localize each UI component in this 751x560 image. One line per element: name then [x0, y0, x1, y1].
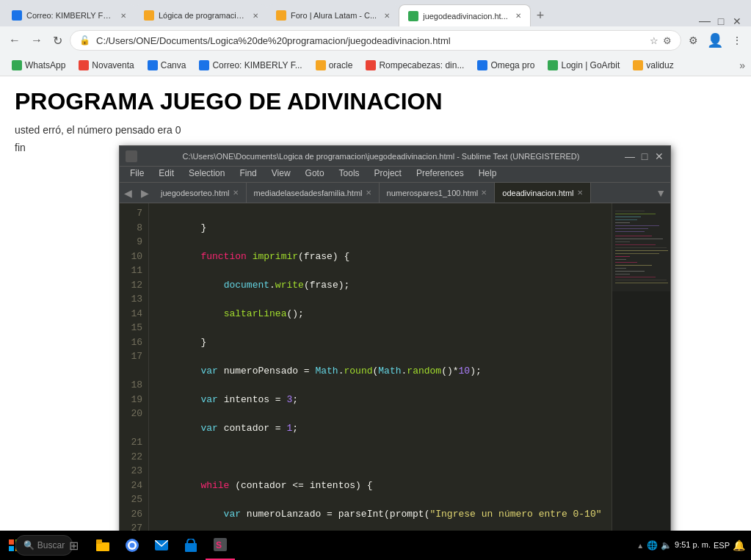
extension-icon[interactable]: ⚙ — [663, 35, 672, 46]
address-bar-icons: ☆ ⚙ — [650, 35, 672, 46]
mail-taskbar[interactable] — [147, 531, 176, 560]
tab-list-more[interactable]: ▼ — [651, 187, 670, 199]
svg-point-35 — [130, 543, 135, 548]
task-view-button[interactable]: ⊞ — [59, 531, 88, 560]
bookmark-label-oracle: oracle — [329, 60, 353, 70]
expand-tray-icon[interactable]: ▲ — [636, 542, 644, 550]
sublime-tab-close-mediadelasedades[interactable]: ✕ — [366, 189, 371, 197]
menu-goto[interactable]: Goto — [298, 167, 332, 182]
new-tab-button[interactable]: + — [531, 5, 551, 26]
bookmark-star-icon[interactable]: ☆ — [650, 35, 659, 46]
file-explorer-taskbar[interactable] — [88, 531, 117, 560]
code-content[interactable]: } function imprimir(frase) { document.wr… — [149, 203, 612, 556]
bookmark-label-goarbit: Login | GoArbit — [561, 60, 620, 70]
search-taskbar-button[interactable]: 🔍 Buscar — [29, 531, 59, 560]
bookmark-goarbit[interactable]: Login | GoArbit — [542, 59, 625, 72]
menu-selection[interactable]: Selection — [181, 167, 232, 182]
bookmark-whatsapp[interactable]: WhatsApp — [6, 59, 71, 72]
notifications-icon[interactable]: 🔔 — [733, 539, 745, 551]
bookmark-icon-oracle — [316, 60, 326, 70]
browser-chrome: Correo: KIMBERLY FR... ✕ Lógica de progr… — [0, 0, 751, 76]
sublime-tab-close-juegodesorteo[interactable]: ✕ — [233, 189, 239, 197]
sublime-tab-odeadivinacion[interactable]: odeadivinacion.html ✕ — [495, 183, 590, 203]
bookmark-icon-canva — [148, 60, 158, 70]
menu-file[interactable]: File — [123, 167, 151, 182]
language-indicator[interactable]: ESP — [714, 541, 730, 550]
sublime-tab-numerospares[interactable]: numerospares1_100.html ✕ — [380, 183, 496, 203]
svg-rect-26 — [612, 203, 670, 291]
address-bar-row: ← → ↻ 🔓 C:/Users/ONE/Documents/Logica%20… — [0, 26, 751, 54]
menu-tools[interactable]: Tools — [332, 167, 367, 182]
menu-view[interactable]: View — [264, 167, 298, 182]
tab-nav-next[interactable]: ▶ — [137, 187, 153, 199]
bookmarks-more-button[interactable]: » — [739, 59, 745, 71]
tab-foro[interactable]: Foro | Alura Latam - C... ✕ — [267, 4, 399, 26]
sublime-tab-close-odeadivinacion[interactable]: ✕ — [577, 189, 583, 197]
chrome-taskbar[interactable] — [117, 531, 147, 560]
sublime-minimize-button[interactable]: — — [625, 151, 635, 161]
menu-help[interactable]: Help — [471, 167, 504, 182]
bookmark-correo[interactable]: Correo: KIMBERLY F... — [193, 59, 308, 72]
bookmark-icon-validuz — [633, 60, 643, 70]
maximize-browser-button[interactable]: □ — [716, 16, 726, 26]
code-area[interactable]: 7891011 1213141516 17 181920 21222324 25… — [120, 203, 670, 556]
forward-button[interactable]: → — [28, 31, 46, 50]
tab-favicon-correo — [12, 10, 22, 21]
tab-nav-prev[interactable]: ◀ — [120, 187, 137, 199]
store-taskbar[interactable] — [176, 531, 206, 560]
tab-close-foro[interactable]: ✕ — [384, 12, 390, 20]
svg-rect-27 — [9, 539, 14, 545]
bookmark-label-whatsapp: WhatsApp — [25, 60, 65, 70]
bookmark-canva[interactable]: Canva — [142, 59, 192, 72]
bookmark-icon-whatsapp — [12, 60, 22, 70]
time-display[interactable]: 9:51 p. m. — [675, 539, 711, 550]
sublime-app-icon — [126, 150, 137, 162]
sublime-maximize-button[interactable]: □ — [639, 151, 650, 161]
bookmark-validuz[interactable]: validuz — [627, 59, 679, 72]
close-browser-button[interactable]: ✕ — [732, 16, 742, 26]
sublime-tab-close-numerospares[interactable]: ✕ — [481, 189, 487, 197]
sublime-tab-label-numerospares: numerospares1_100.html — [387, 189, 479, 197]
extensions-button[interactable]: ⚙ — [686, 32, 701, 49]
address-bar[interactable]: 🔓 C:/Users/ONE/Documents/Logica%20de%20p… — [70, 30, 681, 51]
network-icon[interactable]: 🌐 — [647, 540, 658, 550]
tab-close-logica[interactable]: ✕ — [253, 12, 258, 20]
volume-icon[interactable]: 🔈 — [661, 540, 672, 550]
svg-rect-32 — [96, 539, 102, 544]
reload-button[interactable]: ↻ — [50, 31, 65, 51]
menu-find[interactable]: Find — [232, 167, 264, 182]
more-options-button[interactable]: ⋮ — [729, 32, 745, 49]
system-tray: ▲ 🌐 🔈 9:51 p. m. ESP 🔔 — [631, 539, 751, 551]
tab-close-correo[interactable]: ✕ — [120, 12, 126, 20]
taskbar: 🔍 Buscar ⊞ S — [0, 531, 751, 560]
sublime-close-button[interactable]: ✕ — [654, 151, 664, 161]
bookmark-oracle[interactable]: oracle — [310, 59, 359, 72]
tab-label-foro: Foro | Alura Latam - C... — [291, 11, 377, 20]
bookmark-icon-novaventa — [79, 60, 89, 70]
tab-close-juego[interactable]: ✕ — [515, 12, 521, 20]
tab-correo[interactable]: Correo: KIMBERLY FR... ✕ — [3, 4, 135, 26]
bookmark-novaventa[interactable]: Novaventa — [73, 59, 139, 72]
menu-preferences[interactable]: Preferences — [409, 167, 471, 182]
bookmark-rompecabezas[interactable]: Rompecabezas: din... — [360, 59, 470, 72]
toolbar-right: ⚙ 👤 ⋮ — [686, 29, 745, 51]
profile-button[interactable]: 👤 — [704, 29, 726, 51]
bookmark-label-novaventa: Novaventa — [92, 60, 134, 70]
tab-logica[interactable]: Lógica de programació... ✕ — [135, 4, 267, 26]
sublime-tab-bar: ◀ ▶ juegodesorteo.html ✕ mediadelasedade… — [120, 183, 670, 203]
menu-project[interactable]: Project — [367, 167, 409, 182]
sublime-taskbar[interactable]: S — [206, 531, 235, 560]
minimize-browser-button[interactable]: — — [700, 16, 710, 26]
svg-text:S: S — [216, 540, 222, 550]
sublime-titlebar: C:\Users\ONE\Documents\Logica de program… — [120, 146, 670, 167]
sublime-tab-label-odeadivinacion: odeadivinacion.html — [502, 189, 573, 197]
tab-juego[interactable]: juegodeadivinacion.ht... ✕ — [399, 4, 531, 26]
sublime-tab-juegodesorteo[interactable]: juegodesorteo.html ✕ — [153, 183, 247, 203]
sublime-tab-mediadelasedades[interactable]: mediadelasedadesfamilia.html ✕ — [247, 183, 380, 203]
tab-label-correo: Correo: KIMBERLY FR... — [26, 11, 113, 20]
bookmark-omega[interactable]: Omega pro — [471, 59, 540, 72]
menu-edit[interactable]: Edit — [151, 167, 181, 182]
back-button[interactable]: ← — [6, 31, 23, 50]
svg-rect-37 — [185, 543, 197, 552]
store-icon — [185, 539, 197, 552]
